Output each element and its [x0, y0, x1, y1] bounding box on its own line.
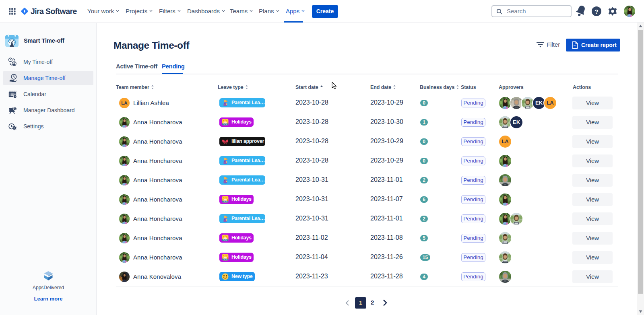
svg-text:?: ? [594, 8, 598, 15]
